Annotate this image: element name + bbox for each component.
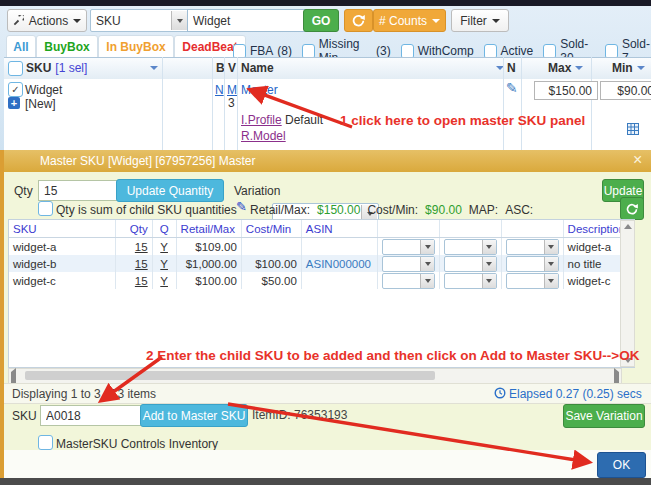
cell-sku: widget-b [9, 255, 116, 272]
row-checkbox[interactable]: ✓ [8, 82, 23, 97]
refresh-icon [352, 14, 365, 27]
chevron-down-icon [171, 11, 187, 30]
actions-button[interactable]: Actions [7, 9, 87, 32]
grid-header-max[interactable]: Max [548, 61, 583, 75]
row-min-input[interactable] [600, 81, 651, 100]
col-qty: Qty [116, 220, 153, 237]
panel-refresh-button[interactable] [620, 197, 644, 220]
go-button[interactable]: GO [303, 9, 339, 32]
cell-qty-link[interactable]: 15 [135, 275, 148, 287]
column-divider [503, 57, 504, 150]
pricing-line: Retail/Max: $150.00 Cost/Min: $90.00 MAP… [250, 203, 533, 217]
grid-header-name[interactable]: Name [241, 61, 274, 75]
tab-all[interactable]: All [6, 35, 36, 58]
sku-header-dropdown-icon[interactable] [150, 66, 158, 70]
cell-sku: widget-a [9, 238, 116, 255]
qty-input[interactable] [38, 180, 120, 201]
master-controls-checkbox[interactable] [38, 435, 53, 450]
grid-header-sku[interactable]: SKU [1 sel] [26, 61, 87, 75]
row-n-link[interactable]: N [215, 83, 224, 97]
edit-note-icon[interactable]: ✎ [506, 80, 518, 96]
row-max-input[interactable] [534, 81, 598, 100]
child-row-widget-c: widget-c 15 Y $100.00 $50.00 widget-c [9, 272, 634, 289]
row-variation-select[interactable] [444, 239, 497, 255]
row-variation-select[interactable] [444, 256, 497, 272]
column-divider [591, 57, 592, 150]
chevron-down-icon [492, 19, 500, 23]
cell-asin-link[interactable]: ASIN000000 [302, 255, 378, 272]
map-label: MAP: [469, 203, 498, 217]
refresh-button[interactable] [344, 9, 373, 32]
cell-q-link[interactable]: Y [160, 241, 168, 253]
row-model-link[interactable]: R.Model [241, 129, 286, 143]
row-variation-select[interactable] [382, 239, 436, 255]
grid-header-min[interactable]: Min [612, 61, 645, 75]
scroll-up-icon[interactable] [621, 221, 634, 229]
child-row-widget-a: widget-a 15 Y $109.00 widget-a [9, 238, 634, 255]
annotation-step2: 2 Enter the child SKU to be added and th… [146, 348, 639, 363]
save-variation-label: Save Variation [565, 409, 642, 423]
update-quantity-button[interactable]: Update Quantity [116, 179, 224, 202]
row-variation-select[interactable] [382, 273, 436, 289]
child-sku-input[interactable] [40, 405, 144, 426]
min-header-label: Min [612, 61, 633, 75]
row-variation-select[interactable] [444, 273, 497, 289]
scrollbar-thumb[interactable] [25, 371, 435, 380]
withcomp-label: WithComp [418, 44, 474, 58]
row-variation-select[interactable] [506, 256, 559, 272]
item-id-text: ItemID: 76353193 [252, 408, 347, 422]
col-sku: SKU [9, 220, 116, 237]
missing-min-count: (3) [376, 44, 391, 58]
row-variation-select[interactable] [506, 239, 559, 255]
close-icon[interactable]: × [633, 151, 642, 169]
column-divider [521, 57, 522, 150]
child-table-header: SKU Qty Q Retail/Max Cost/Min ASIN Descr… [9, 220, 634, 238]
cell-qty-link[interactable]: 15 [135, 241, 148, 253]
add-to-master-sku-button[interactable]: Add to Master SKU [140, 404, 248, 427]
column-divider [237, 57, 238, 150]
cost-label: Cost/Min: [367, 203, 418, 217]
child-sku-table: SKU Qty Q Retail/Max Cost/Min ASIN Descr… [8, 219, 635, 368]
cell-cost: $50.00 [242, 272, 302, 289]
cell-asin [302, 272, 378, 289]
tab-inbuybox[interactable]: In BuyBox [98, 35, 174, 58]
qty-sum-checkbox[interactable] [38, 201, 53, 216]
filter-label: Filter [460, 14, 487, 28]
row-sku: Widget [25, 83, 62, 97]
col-variation1 [378, 220, 441, 237]
cell-q-link[interactable]: Y [160, 275, 168, 287]
row-profile-link[interactable]: I.Profile [241, 113, 282, 127]
row-variation-select[interactable] [382, 256, 436, 272]
plus-icon[interactable]: + [8, 97, 20, 109]
tab-buybox[interactable]: BuyBox [36, 35, 98, 58]
grid-view-icon[interactable] [627, 123, 639, 135]
search-input[interactable] [187, 9, 309, 32]
counts-button[interactable]: # Counts [373, 9, 446, 32]
row-m-link[interactable]: M [227, 83, 237, 97]
cell-retail: $109.00 [177, 238, 242, 255]
cell-retail: $1,000.00 [177, 255, 242, 272]
row-master-link[interactable]: Master [241, 83, 278, 97]
table-vertical-scrollbar[interactable] [620, 220, 635, 367]
update-quantity-label: Update Quantity [127, 184, 214, 198]
master-controls-label: MasterSKU Controls Inventory [56, 437, 218, 451]
variation-label: Variation [234, 184, 280, 198]
tab-buybox-label: BuyBox [44, 40, 89, 54]
tab-deadbeat-label: DeadBeat [182, 40, 237, 54]
cell-q-link[interactable]: Y [160, 258, 168, 270]
cost-value: $90.00 [425, 203, 462, 217]
search-field-select[interactable]: SKU [90, 9, 189, 32]
table-horizontal-scrollbar[interactable] [8, 368, 622, 384]
select-all-checkbox[interactable] [8, 61, 23, 76]
window-bottom-bar [0, 478, 651, 485]
ok-button[interactable]: OK [597, 452, 646, 478]
row-variation-select[interactable] [506, 273, 559, 289]
cell-retail: $100.00 [177, 272, 242, 289]
save-variation-button[interactable]: Save Variation [563, 404, 645, 428]
row-new-tag: [New] [25, 97, 56, 111]
retail-label: Retail/Max: [250, 203, 310, 217]
filter-button[interactable]: Filter [451, 9, 509, 32]
cell-qty-link[interactable]: 15 [135, 258, 148, 270]
col-retail: Retail/Max [177, 220, 242, 237]
chevron-down-icon [73, 19, 81, 23]
